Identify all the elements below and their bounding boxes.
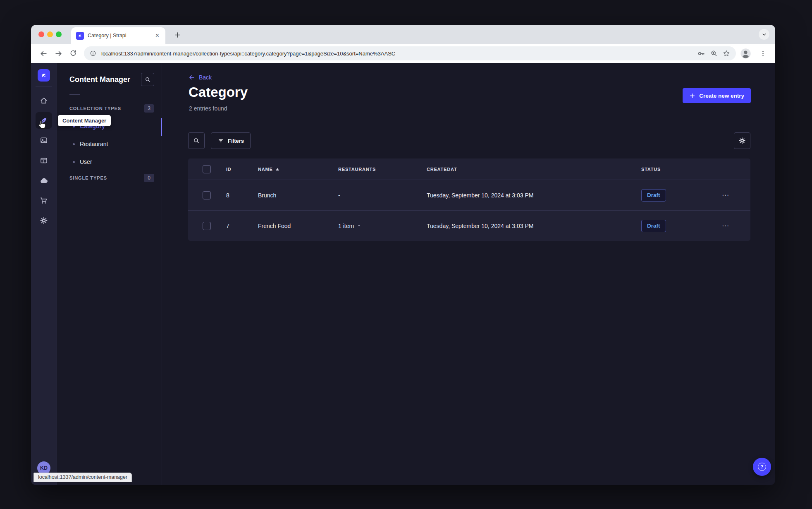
plus-icon: [689, 93, 695, 99]
subnav-item-restaurant[interactable]: Restaurant: [73, 140, 108, 148]
marketplace-cart-icon[interactable]: [36, 192, 52, 209]
cell-name: Brunch: [258, 192, 338, 199]
tab-close-icon[interactable]: ×: [154, 32, 160, 39]
bullet-icon: [73, 143, 75, 145]
header-createdat[interactable]: CREATEDAT: [427, 167, 641, 172]
create-new-entry-button[interactable]: Create new entry: [683, 88, 751, 103]
url-bar[interactable]: localhost:1337/admin/content-manager/col…: [84, 46, 736, 60]
subnav-title: Content Manager: [69, 75, 130, 84]
subnav-divider: [69, 94, 80, 95]
bookmark-star-icon[interactable]: [723, 50, 730, 57]
cell-name: French Food: [258, 223, 338, 229]
media-library-icon[interactable]: [36, 132, 52, 149]
status-badge: Draft: [641, 189, 666, 202]
zoom-icon[interactable]: [710, 50, 718, 57]
browser-toolbar: localhost:1337/admin/content-manager/col…: [31, 44, 775, 63]
header-restaurants[interactable]: RESTAURANTS: [338, 167, 427, 172]
page-title: Category: [189, 84, 248, 100]
home-icon[interactable]: [36, 92, 52, 109]
cell-id: 8: [226, 192, 258, 199]
content-manager-tooltip: Content Manager: [58, 115, 111, 126]
strapi-admin: KD Content Manager COLLECTION TYPES 3 Ca…: [31, 63, 775, 485]
row-actions-icon[interactable]: ⋯: [722, 222, 729, 229]
table-row[interactable]: 8 Brunch - Tuesday, September 10, 2024 a…: [188, 180, 750, 210]
main-panel: Back Category 2 entries found Create new…: [162, 63, 775, 485]
table-settings-gear-icon[interactable]: [734, 132, 750, 149]
rail-divider: [36, 86, 52, 87]
entries-table: ID NAME RESTAURANTS CREATEDAT STATUS 8 B…: [188, 158, 750, 241]
minimize-window-button[interactable]: [47, 31, 53, 37]
content-type-builder-icon[interactable]: [36, 152, 52, 169]
content-manager-subnav: Content Manager COLLECTION TYPES 3 Categ…: [57, 63, 162, 485]
tab-title: Category | Strapi: [88, 33, 150, 38]
row-actions-icon[interactable]: ⋯: [722, 192, 729, 199]
cell-createdat: Tuesday, September 10, 2024 at 3:03 PM: [427, 192, 641, 199]
status-badge: Draft: [641, 220, 666, 232]
profile-avatar-icon[interactable]: [740, 48, 751, 59]
cell-createdat: Tuesday, September 10, 2024 at 3:03 PM: [427, 223, 641, 229]
chevron-down-icon: [357, 223, 361, 228]
browser-menu-icon[interactable]: [757, 48, 769, 59]
cloud-icon[interactable]: [36, 173, 52, 189]
cell-restaurants[interactable]: 1 item: [338, 223, 427, 229]
table-header-row: ID NAME RESTAURANTS CREATEDAT STATUS: [188, 158, 750, 180]
sort-asc-icon: [276, 168, 279, 170]
help-button[interactable]: ?: [753, 458, 771, 476]
reload-icon[interactable]: [67, 48, 79, 59]
filters-button[interactable]: Filters: [211, 132, 251, 149]
close-window-button[interactable]: [38, 31, 44, 37]
back-nav-icon[interactable]: [38, 48, 49, 59]
settings-gear-icon[interactable]: [36, 212, 52, 229]
header-id[interactable]: ID: [226, 167, 258, 172]
mouse-cursor-icon: [38, 120, 46, 130]
header-status[interactable]: STATUS: [641, 167, 719, 172]
cell-id: 7: [226, 223, 258, 229]
browser-tab[interactable]: Category | Strapi ×: [71, 27, 165, 44]
row-checkbox[interactable]: [203, 222, 211, 230]
browser-window: Category | Strapi × localhost:1337/admin…: [31, 25, 775, 485]
collection-types-count-badge: 3: [144, 104, 154, 113]
strapi-favicon-icon: [76, 32, 84, 40]
single-types-label: SINGLE TYPES: [69, 175, 107, 180]
bullet-icon: [73, 161, 75, 163]
tab-search-chevron-icon[interactable]: [759, 29, 769, 40]
table-row[interactable]: 7 French Food 1 item Tuesday, September …: [188, 210, 750, 241]
row-checkbox[interactable]: [203, 191, 211, 199]
cell-restaurants: -: [338, 192, 427, 199]
subnav-search-icon[interactable]: [141, 73, 154, 86]
site-info-icon[interactable]: [90, 50, 96, 57]
forward-nav-icon[interactable]: [53, 48, 64, 59]
back-link[interactable]: Back: [189, 74, 212, 81]
subnav-item-user[interactable]: User: [73, 158, 92, 166]
table-search-icon[interactable]: [188, 132, 205, 149]
strapi-logo-icon[interactable]: [38, 69, 50, 82]
back-arrow-icon: [189, 74, 195, 81]
filter-icon: [217, 137, 224, 144]
window-controls: [38, 31, 62, 37]
new-tab-button[interactable]: [172, 30, 182, 40]
browser-tabstrip: Category | Strapi ×: [31, 25, 775, 44]
header-name[interactable]: NAME: [258, 167, 338, 172]
question-icon: ?: [758, 463, 766, 471]
password-key-icon[interactable]: [697, 50, 705, 58]
url-text: localhost:1337/admin/content-manager/col…: [101, 50, 693, 57]
entries-count: 2 entries found: [189, 105, 227, 112]
link-status-bubble: localhost:1337/admin/content-manager: [33, 473, 132, 482]
collection-types-label: COLLECTION TYPES: [69, 106, 121, 111]
select-all-checkbox[interactable]: [203, 165, 211, 173]
single-types-count-badge: 0: [144, 174, 154, 182]
maximize-window-button[interactable]: [56, 31, 62, 37]
